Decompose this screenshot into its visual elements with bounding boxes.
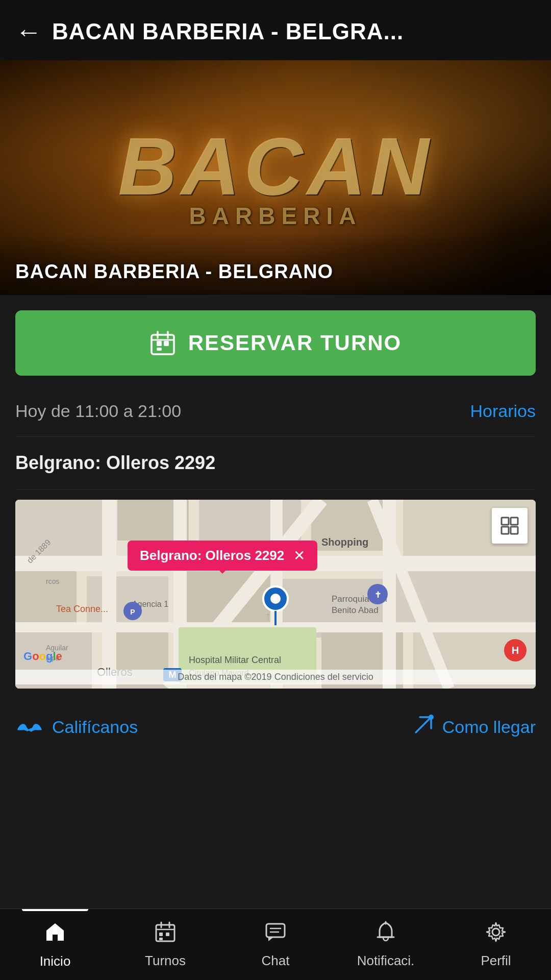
horarios-link[interactable]: Horarios: [470, 401, 536, 421]
page-title: BACAN BARBERIA - BELGRA...: [52, 19, 536, 44]
map-popup: Belgrano: Olleros 2292 ✕: [128, 541, 317, 571]
home-icon: [43, 920, 67, 949]
svg-text:Tea Conne...: Tea Conne...: [56, 604, 108, 614]
map-attribution: Datos del mapa ©2019 Condiciones del ser…: [15, 670, 536, 684]
svg-rect-54: [502, 518, 509, 525]
map-pin: [260, 584, 291, 627]
svg-rect-1: [157, 341, 162, 346]
bottom-actions: Califícanos Como llegar: [15, 699, 536, 761]
svg-rect-8: [15, 500, 107, 561]
rate-label: Califícanos: [52, 717, 138, 737]
calendar-icon: [149, 330, 176, 356]
svg-text:rcos: rcos: [46, 577, 59, 585]
main-content: RESERVAR TURNO Hoy de 11:00 a 21:00 Hora…: [0, 310, 551, 761]
hero-image: BACAN BARBERIA BACAN BARBERIA - BELGRANO: [0, 60, 551, 295]
calendar-nav-icon: [154, 921, 177, 949]
book-button[interactable]: RESERVAR TURNO: [15, 310, 536, 376]
nav-inicio-label: Inicio: [40, 953, 71, 969]
svg-rect-3: [157, 348, 162, 351]
svg-text:Hospital Militar Central: Hospital Militar Central: [189, 655, 281, 665]
google-logo: Google: [23, 650, 62, 663]
hero-large-text: BACAN: [118, 126, 433, 207]
hero-sub-text: BARBERIA: [189, 202, 362, 230]
rate-link[interactable]: Califícanos: [15, 715, 138, 740]
svg-rect-55: [511, 518, 518, 525]
svg-text:✝: ✝: [374, 591, 381, 599]
directions-label: Como llegar: [442, 717, 536, 737]
svg-point-73: [492, 928, 499, 936]
hours-text: Hoy de 11:00 a 21:00: [15, 401, 181, 421]
svg-rect-57: [511, 527, 518, 534]
svg-rect-65: [159, 933, 163, 936]
nav-notificaciones-label: Notificaci.: [357, 953, 415, 969]
nav-item-notificaciones[interactable]: Notificaci.: [331, 909, 441, 980]
directions-icon: [413, 714, 434, 740]
svg-point-60: [429, 715, 434, 720]
svg-rect-0: [152, 335, 174, 354]
svg-rect-24: [102, 500, 116, 689]
header: ← BACAN BARBERIA - BELGRA...: [0, 0, 551, 60]
svg-rect-2: [164, 341, 169, 346]
svg-text:Benito Abad: Benito Abad: [332, 605, 379, 615]
chat-icon: [264, 921, 287, 949]
hero-label: BACAN BARBERIA - BELGRANO: [15, 261, 333, 283]
mustache-icon: [15, 715, 44, 740]
nav-item-chat[interactable]: Chat: [220, 909, 331, 980]
map-expand-button[interactable]: [492, 508, 528, 544]
svg-rect-56: [502, 527, 509, 534]
bell-icon: [374, 921, 397, 949]
svg-rect-67: [159, 938, 163, 940]
map-container[interactable]: de 1889 Teodoro Ga... rcos Aguilar alpa …: [15, 500, 536, 689]
nav-item-inicio[interactable]: Inicio: [0, 909, 110, 980]
nav-item-perfil[interactable]: Perfil: [441, 909, 551, 980]
map-popup-text: Belgrano: Olleros 2292: [140, 548, 284, 564]
address-text: Belgrano: Olleros 2292: [15, 452, 215, 473]
svg-text:H: H: [512, 645, 519, 656]
nav-item-turnos[interactable]: Turnos: [110, 909, 220, 980]
book-button-label: RESERVAR TURNO: [188, 331, 402, 355]
nav-chat-label: Chat: [262, 953, 290, 969]
svg-rect-61: [156, 925, 174, 941]
svg-point-59: [270, 594, 281, 604]
svg-text:P: P: [130, 608, 135, 616]
gear-icon: [485, 921, 507, 949]
popup-close-button[interactable]: ✕: [289, 549, 305, 563]
nav-turnos-label: Turnos: [145, 953, 186, 969]
directions-link[interactable]: Como llegar: [413, 714, 536, 740]
bottom-nav: Inicio Turnos Chat: [0, 909, 551, 980]
nav-perfil-label: Perfil: [481, 953, 511, 969]
address-row: Belgrano: Olleros 2292: [15, 437, 536, 489]
svg-text:Shopping: Shopping: [321, 536, 368, 548]
svg-rect-66: [166, 933, 169, 936]
back-button[interactable]: ←: [15, 18, 42, 45]
svg-rect-68: [266, 924, 285, 937]
hours-row: Hoy de 11:00 a 21:00 Horarios: [15, 391, 536, 437]
